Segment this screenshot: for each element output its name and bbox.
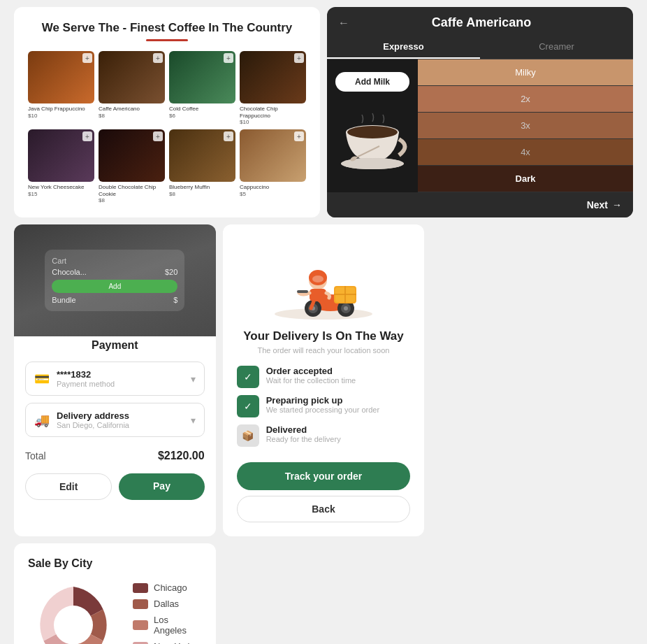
payment-actions: Edit Pay xyxy=(25,473,205,500)
step-2-label: Preparing pick up xyxy=(266,395,379,406)
step-3-desc: Ready for the delivery xyxy=(266,435,341,443)
delivery-title: Your Delivery Is On The Way xyxy=(243,329,404,343)
coffee-add-btn-4[interactable]: + xyxy=(82,131,92,141)
total-label: Total xyxy=(25,450,46,461)
coffee-name-1: Caffe Americano xyxy=(99,106,165,113)
next-label: Next xyxy=(587,199,608,210)
sale-by-city-content: Chicago Dallas Los Angeles New York xyxy=(28,580,202,644)
delivery-sub: San Diego, California xyxy=(57,421,184,429)
strength-2x[interactable]: 2x xyxy=(418,86,633,113)
card-icon: 💳 xyxy=(34,371,50,387)
coffee-name-0: Java Chip Frappuccino xyxy=(28,106,94,113)
step-1-info: Order accepted Wait for the collection t… xyxy=(266,366,356,385)
next-arrow-icon: → xyxy=(612,199,622,210)
coffee-add-btn-2[interactable]: + xyxy=(224,53,233,63)
cart-card: Cart Chocola... $20 Add Bundle $ xyxy=(45,250,184,311)
pie-chart-svg xyxy=(28,580,119,644)
payment-panel: Cart Chocola... $20 Add Bundle $ Payme xyxy=(14,224,216,536)
legend-dallas: Dallas xyxy=(133,599,202,609)
step-2-info: Preparing pick up We started processing … xyxy=(266,395,379,414)
delivery-illustration xyxy=(268,238,379,322)
cart-add-btn[interactable]: Add xyxy=(52,280,177,293)
payment-cart-bg: Cart Chocola... $20 Add Bundle $ xyxy=(14,224,216,336)
coffee-grid: + Java Chip Frappuccino $10 + Caffe Amer… xyxy=(28,51,306,203)
americano-panel: ← Caffe Americano Expresso Creamer Add M… xyxy=(327,7,633,217)
payment-address-row[interactable]: 🚚 Delivery address San Diego, California… xyxy=(25,403,205,437)
coffee-name-4: New York Cheesecake xyxy=(28,184,94,191)
svg-point-1 xyxy=(347,126,398,138)
coffee-item-4: + New York Cheesecake $15 xyxy=(28,129,94,203)
payment-title: Payment xyxy=(25,339,205,352)
coffee-add-btn-5[interactable]: + xyxy=(153,131,163,141)
pay-button[interactable]: Pay xyxy=(119,473,204,500)
la-label: Los Angeles xyxy=(154,615,202,636)
coffee-item-3: + Chocolate Chip Frappuccino $10 xyxy=(240,51,306,125)
coffee-add-btn-0[interactable]: + xyxy=(82,53,92,63)
coffee-price-6: $8 xyxy=(169,191,235,197)
chicago-label: Chicago xyxy=(154,582,187,593)
coffee-name-5: Double Chocolate Chip Cookie xyxy=(99,184,165,197)
coffee-price-7: $5 xyxy=(240,191,306,197)
main-container: We Serve The - Finest Coffee In The Coun… xyxy=(7,0,640,644)
coffee-menu-title: We Serve The - Finest Coffee In The Coun… xyxy=(28,21,306,35)
coffee-add-btn-3[interactable]: + xyxy=(294,53,304,63)
strength-dark[interactable]: Dark xyxy=(418,166,633,192)
step-1-icon: ✓ xyxy=(237,366,259,388)
add-milk-button[interactable]: Add Milk xyxy=(335,72,409,92)
cart-item-2: Bundle $ xyxy=(52,296,177,304)
back-icon[interactable]: ← xyxy=(338,17,349,29)
delivery-step-1: ✓ Order accepted Wait for the collection… xyxy=(237,366,411,388)
dallas-label: Dallas xyxy=(154,599,179,609)
cart-item-1: Chocola... $20 xyxy=(52,268,177,276)
dallas-color xyxy=(133,599,148,609)
cart-item-name: Chocola... xyxy=(52,268,87,276)
card-sub: Payment method xyxy=(57,380,184,388)
step-2-desc: We started processing your order xyxy=(266,406,379,414)
coffee-add-btn-7[interactable]: + xyxy=(294,131,304,141)
address-info: Delivery address San Diego, California xyxy=(57,410,184,429)
bottom-grid: Sale By City xyxy=(14,224,633,644)
step-3-icon: 📦 xyxy=(237,424,259,447)
strength-4x[interactable]: 4x xyxy=(418,139,633,166)
chicago-color xyxy=(133,583,148,593)
add-milk-option[interactable]: Add Milk xyxy=(327,65,418,99)
strength-3x[interactable]: 3x xyxy=(418,113,633,139)
coffee-name-6: Blueberry Muffin xyxy=(169,184,235,191)
coffee-item-7: + Cappuccino $5 xyxy=(240,129,306,203)
americano-header: ← Caffe Americano xyxy=(327,7,633,36)
payment-card-row[interactable]: 💳 ****1832 Payment method ▾ xyxy=(25,362,205,396)
coffee-item-5: + Double Chocolate Chip Cookie $8 xyxy=(99,129,165,203)
coffee-menu-panel: We Serve The - Finest Coffee In The Coun… xyxy=(14,7,320,217)
americano-title: Caffe Americano xyxy=(355,15,608,30)
coffee-add-btn-1[interactable]: + xyxy=(153,53,163,63)
payment-body: Payment 💳 ****1832 Payment method ▾ 🚚 De… xyxy=(14,329,216,536)
track-order-button[interactable]: Track your order xyxy=(237,462,411,490)
address-chevron-icon: ▾ xyxy=(191,415,196,426)
cart-preview: Cart Chocola... $20 Add Bundle $ xyxy=(45,250,184,311)
cart-item-2-price: $ xyxy=(173,296,177,304)
americano-left-panel: Add Milk xyxy=(327,59,418,192)
tab-expresso[interactable]: Expresso xyxy=(327,36,480,59)
coffee-price-2: $6 xyxy=(169,113,235,119)
coffee-price-3: $10 xyxy=(240,119,306,125)
americano-tabs: Expresso Creamer xyxy=(327,36,633,59)
card-number: ****1832 xyxy=(57,369,184,380)
coffee-add-btn-6[interactable]: + xyxy=(224,131,233,141)
step-1-desc: Wait for the collection time xyxy=(266,376,356,385)
edit-button[interactable]: Edit xyxy=(25,473,112,500)
back-button[interactable]: Back xyxy=(237,496,411,522)
sale-by-city-title: Sale By City xyxy=(28,557,202,570)
total-amount: $2120.00 xyxy=(158,450,205,462)
delivery-panel: Your Delivery Is On The Way The order wi… xyxy=(223,224,425,536)
tab-creamer[interactable]: Creamer xyxy=(480,36,633,59)
strength-milky[interactable]: Milky xyxy=(418,59,633,86)
total-row: Total $2120.00 xyxy=(25,444,205,468)
coffee-name-2: Cold Coffee xyxy=(169,106,235,113)
next-row[interactable]: Next → xyxy=(327,192,633,217)
coffee-name-7: Cappuccino xyxy=(240,184,306,191)
step-3-info: Delivered Ready for the delivery xyxy=(266,424,341,443)
coffee-price-5: $8 xyxy=(99,197,165,203)
svg-point-5 xyxy=(54,606,93,644)
americano-right-panel: Milky 2x 3x 4x Dark xyxy=(418,59,633,192)
title-underline xyxy=(146,39,188,41)
